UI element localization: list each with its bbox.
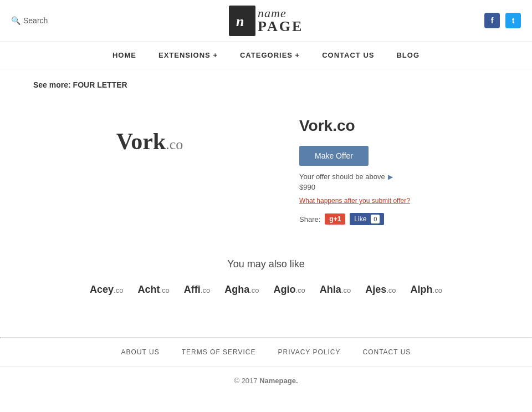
list-item[interactable]: Agha.co — [220, 281, 263, 298]
domain-logo-area: Vork.co — [33, 111, 266, 171]
nav-extensions[interactable]: EXTENSIONS + — [158, 48, 218, 62]
footer-copyright: © 2017 Namepage. — [0, 367, 532, 395]
search-label: Search — [23, 16, 48, 25]
also-like-section: You may also like Acey.co Acht.co Affi.c… — [33, 258, 499, 321]
share-label: Share: — [299, 215, 320, 223]
domain-name: Ajes — [365, 284, 386, 295]
domain-logo-tld: .co — [166, 136, 183, 152]
nav-contact[interactable]: CONTACT US — [322, 48, 374, 62]
list-item[interactable]: Acey.co — [85, 281, 127, 298]
list-item[interactable]: Alph.co — [406, 281, 447, 298]
logo-icon: n — [229, 6, 255, 36]
footer-contact[interactable]: CONTACT US — [362, 348, 411, 356]
domain-title: Vork.co — [299, 117, 499, 135]
also-like-title: You may also like — [33, 258, 499, 270]
offer-hint-text: Your offer should be above ▶ — [299, 172, 499, 181]
search-button[interactable]: 🔍 Search — [11, 16, 48, 25]
domain-name: Acey — [90, 284, 114, 295]
domain-tld: .co — [160, 286, 169, 294]
what-happens-link[interactable]: What happens after you submit offer? — [299, 197, 499, 205]
similar-domains-list: Acey.co Acht.co Affi.co Agha.co Agio.co … — [33, 281, 499, 321]
domain-logo-display: Vork.co — [116, 128, 183, 155]
social-links: f t — [484, 13, 521, 28]
domain-logo-name: Vork — [116, 129, 166, 154]
see-more-breadcrumb: See more: FOUR LETTER — [33, 80, 499, 89]
footer-brand-link[interactable]: Namepage. — [259, 377, 298, 385]
facebook-link[interactable]: f — [484, 13, 500, 28]
footer: ABOUT US TERMS OF SERVICE PRIVACY POLICY… — [0, 338, 532, 395]
domain-tld: .co — [201, 286, 210, 294]
domain-tld: .co — [114, 286, 123, 294]
domain-tld: .co — [295, 286, 305, 294]
nav-blog[interactable]: BLOG — [396, 48, 420, 62]
search-icon: 🔍 — [11, 16, 21, 25]
share-row: Share: g+1 Like 0 — [299, 213, 499, 225]
domain-section: Vork.co Vork.co Make Offer Your offer sh… — [33, 100, 499, 247]
list-item[interactable]: Agio.co — [269, 281, 309, 298]
make-offer-button[interactable]: Make Offer — [299, 146, 369, 166]
main-nav: HOME EXTENSIONS + CATEGORIES + CONTACT U… — [0, 42, 532, 69]
domain-name: Acht — [137, 284, 160, 295]
gplus-button[interactable]: g+1 — [325, 213, 345, 225]
domain-tld: .co — [249, 286, 259, 294]
footer-nav: ABOUT US TERMS OF SERVICE PRIVACY POLICY… — [0, 338, 532, 367]
four-letter-link[interactable]: FOUR LETTER — [73, 80, 127, 89]
facebook-like-button[interactable]: Like 0 — [350, 213, 384, 225]
offer-arrow-icon: ▶ — [388, 173, 393, 181]
domain-name: Agha — [224, 284, 249, 295]
list-item[interactable]: Ajes.co — [361, 281, 400, 298]
domain-info-panel: Vork.co Make Offer Your offer should be … — [299, 111, 499, 225]
nav-categories[interactable]: CATEGORIES + — [240, 48, 300, 62]
domain-name: Ahla — [320, 284, 341, 295]
footer-privacy[interactable]: PRIVACY POLICY — [278, 348, 341, 356]
header: 🔍 Search n name PAGE f t — [0, 0, 532, 42]
footer-terms[interactable]: TERMS OF SERVICE — [182, 348, 256, 356]
svg-text:n: n — [236, 13, 244, 29]
list-item[interactable]: Affi.co — [180, 281, 214, 298]
domain-tld: .co — [433, 286, 442, 294]
domain-tld: .co — [386, 286, 396, 294]
twitter-link[interactable]: t — [505, 13, 521, 28]
domain-name: Agio — [273, 284, 295, 295]
domain-name: Alph — [411, 284, 433, 295]
footer-about-us[interactable]: ABOUT US — [121, 348, 160, 356]
offer-price: $990 — [299, 183, 499, 191]
nav-home[interactable]: HOME — [112, 48, 136, 62]
list-item[interactable]: Ahla.co — [315, 281, 355, 298]
main-content: See more: FOUR LETTER Vork.co Vork.co Ma… — [0, 69, 532, 337]
list-item[interactable]: Acht.co — [133, 281, 173, 298]
fb-like-label: Like — [354, 215, 366, 223]
domain-tld: .co — [341, 286, 351, 294]
fb-like-count: 0 — [371, 215, 380, 223]
site-logo[interactable]: n name PAGE — [229, 6, 303, 36]
domain-name: Affi — [184, 284, 201, 295]
logo-text: name PAGE — [258, 7, 303, 34]
